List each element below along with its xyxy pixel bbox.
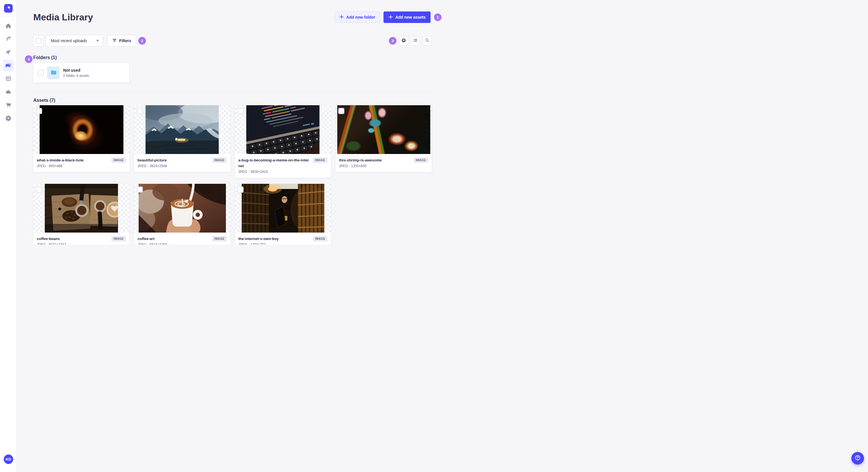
images-icon [5,62,11,69]
asset-card[interactable]: this-shrimp-is-awesome JPEG - 1200×630 I… [336,105,432,172]
folder-checkbox[interactable] [38,70,43,76]
plus-icon [389,14,393,20]
assets-toolbar: Most recent uploads Filters 2 3 [33,35,432,46]
asset-caption: beautiful-picture JPEG - 3824×2548 IMAGE [134,154,230,172]
mountain-landscape-image [146,105,219,154]
asset-meta: JPEG - 5021×3347 [37,243,109,245]
asset-card[interactable]: what-s-inside-a-black-hole JPEG - 800×46… [33,105,129,172]
asset-card[interactable]: a-bug-is-becoming-a-meme-on-the-internet… [235,105,331,178]
search-icon [425,38,430,43]
asset-checkbox[interactable] [338,108,344,114]
asset-card[interactable]: beautiful-picture JPEG - 3824×2548 IMAGE [134,105,230,172]
sidebar-item-releases[interactable] [3,46,14,58]
feather-icon [5,36,11,42]
checkbox[interactable] [36,38,41,43]
annotation-badge-2: 2 [138,37,146,44]
main-content: Media Library Add new folder Add new ass… [17,11,442,245]
folder-tile [47,67,60,79]
asset-meta: JPEG - 5824×3259 [137,243,210,245]
select-all-checkbox[interactable] [33,35,43,46]
asset-checkbox[interactable] [137,108,143,114]
asset-meta: JPEG - 3628×2419 [238,170,311,174]
asset-checkbox[interactable] [238,187,243,193]
sidebar-item-media-library[interactable] [3,60,14,71]
page-header: Media Library Add new folder Add new ass… [33,11,432,23]
add-new-assets-button[interactable]: Add new assets [383,11,431,23]
asset-type-badge: IMAGE [414,158,428,163]
asset-thumbnail[interactable] [336,105,432,154]
filters-button[interactable]: Filters [107,35,136,46]
folders-heading: Folders (1) [33,55,57,60]
asset-meta: JPEG - 800×466 [37,164,109,168]
asset-thumbnail[interactable] [134,105,230,154]
asset-title: beautiful-picture [137,158,210,163]
asset-title: a-bug-is-becoming-a-meme-on-the-internet [238,158,311,169]
asset-type-badge: IMAGE [112,158,126,163]
asset-caption: this-shrimp-is-awesome JPEG - 1200×630 I… [336,154,432,172]
sidebar-item-content[interactable] [3,33,14,45]
asset-checkbox[interactable] [36,108,42,114]
asset-title: coffee-art [137,236,210,242]
asset-caption: coffee-art JPEG - 5824×3259 IMAGE [134,233,230,245]
list-view-button[interactable] [411,36,420,45]
folder-card[interactable]: Not used 0 folder, 4 assets [33,63,129,82]
sidebar-item-home[interactable] [3,20,14,32]
sidebar-nav [3,20,14,124]
sidebar-item-cloud[interactable] [3,86,14,98]
annotation-badge-3: 3 [389,37,396,44]
list-view-icon [413,38,418,43]
cart-icon [5,102,11,108]
annotation-badge-4: 4 [25,55,32,63]
assets-heading: Assets (7) [33,98,432,103]
asset-caption: the-internet-s-own-boy JPEG - 1200×707 I… [235,233,331,245]
paper-plane-icon [5,49,11,55]
add-new-folder-button[interactable]: Add new folder [334,11,380,23]
asset-card[interactable]: the-internet-s-own-boy JPEG - 1200×707 I… [235,184,331,245]
assets-grid-row-2: coffee-beans JPEG - 5021×3347 IMAGE [33,184,432,245]
asset-type-badge: IMAGE [212,236,227,241]
home-icon [5,23,11,29]
asset-thumbnail[interactable] [33,105,129,154]
layout-icon [5,75,11,82]
asset-checkbox[interactable] [36,187,42,193]
asset-type-badge: IMAGE [313,236,328,241]
annotation-badge-1: 1 [434,13,441,21]
asset-checkbox[interactable] [238,108,243,114]
gear-icon [5,115,11,121]
black-hole-image [40,105,123,154]
asset-checkbox[interactable] [137,187,143,193]
sort-dropdown[interactable]: Most recent uploads [46,35,103,46]
asset-caption: a-bug-is-becoming-a-meme-on-the-internet… [235,154,331,178]
asset-meta: JPEG - 3824×2548 [137,164,210,168]
sidebar-item-marketplace[interactable] [3,99,14,111]
filter-funnel-icon [112,38,117,43]
sidebar-item-settings[interactable] [3,112,14,124]
asset-title: what-s-inside-a-black-hole [37,158,109,163]
latte-art-image [138,184,226,233]
sidebar-item-content-type-builder[interactable] [3,73,14,84]
cloud-icon [5,89,11,95]
assets-grid-row-1: what-s-inside-a-black-hole JPEG - 800×46… [33,105,432,178]
asset-meta: JPEG - 1200×630 [339,164,411,168]
search-button[interactable] [423,36,432,45]
asset-caption: what-s-inside-a-black-hole JPEG - 800×46… [33,154,129,172]
asset-thumbnail[interactable] [235,105,331,154]
asset-type-badge: IMAGE [112,236,126,241]
asset-card[interactable]: coffee-art JPEG - 5824×3259 IMAGE [134,184,230,245]
asset-type-badge: IMAGE [313,158,328,163]
asset-thumbnail[interactable] [235,184,331,233]
app-logo[interactable] [4,4,12,12]
asset-caption: coffee-beans JPEG - 5021×3347 IMAGE [33,233,129,245]
view-settings-button[interactable] [399,36,408,45]
folder-icon [50,69,57,77]
folder-info: Not used 0 folder, 4 assets [63,68,125,78]
asset-title: this-shrimp-is-awesome [339,158,411,163]
laptop-code-image [246,105,319,154]
asset-title: the-internet-s-own-boy [238,236,311,242]
chevron-down-icon [96,40,99,42]
settings-gear-icon [401,38,406,43]
asset-card[interactable]: coffee-beans JPEG - 5021×3347 IMAGE [33,184,129,245]
asset-thumbnail[interactable] [134,184,230,233]
asset-meta: JPEG - 1200×707 [238,243,311,245]
asset-thumbnail[interactable] [33,184,129,233]
